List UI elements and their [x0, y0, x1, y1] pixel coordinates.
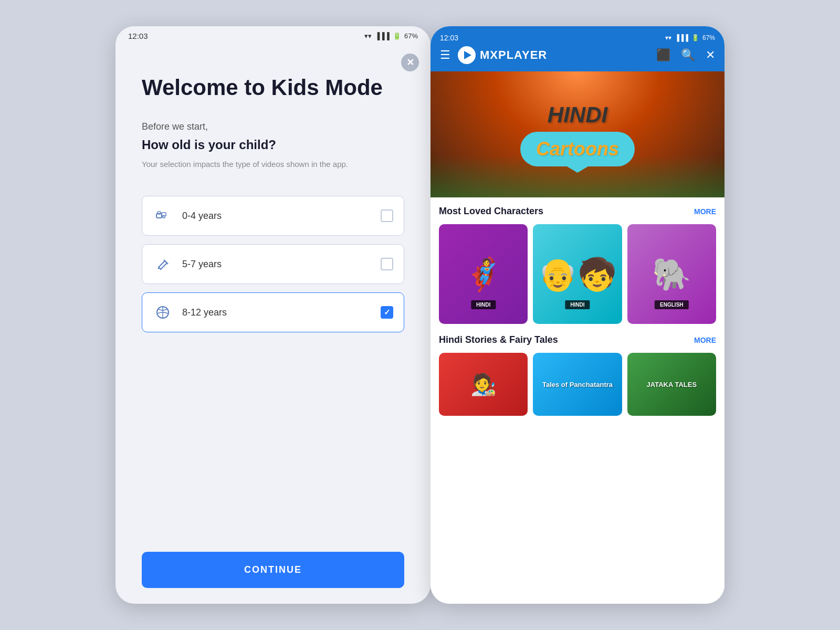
mx-header: 12:03 ▾▾ ▐▐▐ 🔋 67% ☰ MXPLAYER: [430, 26, 724, 71]
pencil-icon: [153, 254, 173, 274]
age-question: How old is your child?: [142, 138, 404, 152]
welcome-title: Welcome to Kids Mode: [142, 75, 404, 100]
mx-play-triangle: [464, 51, 471, 59]
svg-rect-3: [163, 216, 165, 218]
story-card-3[interactable]: JATAKA TALES: [627, 353, 716, 416]
ball-icon: [153, 302, 173, 322]
kids-content: Welcome to Kids Mode Before we start, Ho…: [116, 44, 430, 604]
stories-title: Hindi Stories & Fairy Tales: [439, 334, 558, 345]
checkbox-8-12[interactable]: [381, 306, 393, 319]
battery-percent: 67%: [404, 32, 418, 40]
svg-rect-1: [158, 212, 161, 214]
mx-battery-percent: 67%: [702, 34, 715, 41]
hamburger-icon[interactable]: ☰: [440, 48, 450, 62]
most-loved-header: Most Loved Characters MORE: [439, 206, 716, 217]
most-loved-more[interactable]: MORE: [694, 207, 716, 216]
mx-close-icon[interactable]: ✕: [706, 48, 715, 62]
story-1-figure: 🧑‍🎨: [470, 372, 497, 397]
story-2-title: Tales of Panchatantra: [542, 381, 613, 388]
vir-card[interactable]: 🦸 VIR THE ROBOT BOY HINDI: [439, 224, 528, 324]
hero-banner[interactable]: HINDI Cartoons: [430, 71, 724, 197]
story-3-title: JATAKA TALES: [647, 381, 697, 388]
close-icon: ✕: [406, 58, 414, 67]
mx-right-nav: ⬛ 🔍 ✕: [656, 48, 715, 62]
chacha-lang: HINDI: [565, 300, 590, 309]
age-options-list: 0-4 years 5-7 years: [142, 196, 404, 332]
stories-section: Hindi Stories & Fairy Tales MORE 🧑‍🎨: [430, 328, 724, 420]
selection-info: Your selection impacts the type of video…: [142, 159, 404, 170]
signal-icon: ▐▐▐: [375, 32, 390, 40]
continue-button[interactable]: CONTINUE: [142, 552, 404, 588]
kids-mode-phone: 12:03 ▾▾ ▐▐▐ 🔋 67% ✕ Welcome to Kids Mod…: [116, 26, 430, 604]
characters-row: 🦸 VIR THE ROBOT BOY HINDI 👴🧒: [439, 224, 716, 324]
age-option-5-7[interactable]: 5-7 years: [142, 244, 404, 284]
status-time-left: 12:03: [128, 32, 148, 40]
wifi-icon: ▾▾: [364, 32, 372, 40]
most-loved-title: Most Loved Characters: [439, 206, 543, 217]
chacha-card[interactable]: 👴🧒 CHACHA BHATIJA HINDI: [533, 224, 622, 324]
close-button[interactable]: ✕: [401, 54, 419, 71]
age-option-8-12[interactable]: 8-12 years: [142, 292, 404, 332]
mxplayer-phone: 12:03 ▾▾ ▐▐▐ 🔋 67% ☰ MXPLAYER: [430, 26, 724, 604]
before-text: Before we start,: [142, 121, 404, 132]
mx-wifi-icon: ▾▾: [665, 34, 671, 41]
cast-icon[interactable]: ⬛: [656, 48, 670, 62]
most-loved-section: Most Loved Characters MORE 🦸 VIR THE ROB…: [430, 197, 724, 328]
mx-navbar: ☰ MXPLAYER ⬛ 🔍 ✕: [440, 46, 715, 64]
mx-battery-icon: 🔋: [691, 34, 699, 41]
appu-card[interactable]: 🐘 APPU ENGLISH: [627, 224, 716, 324]
story-card-2-inner: Tales of Panchatantra: [533, 353, 622, 416]
mx-status-bar: 12:03 ▾▾ ▐▐▐ 🔋 67%: [440, 32, 715, 46]
mx-left-nav: ☰ MXPLAYER: [440, 46, 547, 64]
age-label-0-4: 0-4 years: [182, 211, 381, 222]
status-bar-left: 12:03 ▾▾ ▐▐▐ 🔋 67%: [116, 26, 430, 44]
stories-header: Hindi Stories & Fairy Tales MORE: [439, 334, 716, 345]
toy-icon: [153, 206, 173, 226]
mx-signal-icon: ▐▐▐: [675, 34, 688, 41]
search-icon[interactable]: 🔍: [681, 48, 695, 62]
checkbox-0-4[interactable]: [381, 209, 393, 222]
cartoons-cloud: Cartoons: [520, 132, 635, 166]
story-card-3-inner: JATAKA TALES: [627, 353, 716, 416]
appu-lang: ENGLISH: [655, 300, 688, 309]
mx-status-time: 12:03: [440, 34, 458, 42]
vir-lang: HINDI: [471, 300, 496, 309]
cartoons-word: Cartoons: [536, 138, 619, 160]
age-label-8-12: 8-12 years: [182, 307, 381, 318]
story-card-1-inner: 🧑‍🎨: [439, 353, 528, 416]
mx-status-icons: ▾▾ ▐▐▐ 🔋 67%: [665, 34, 715, 41]
mx-content: HINDI Cartoons Most Loved Characters MOR…: [430, 71, 724, 604]
status-icons-left: ▾▾ ▐▐▐ 🔋 67%: [364, 32, 418, 40]
svg-rect-2: [162, 213, 166, 216]
age-option-0-4[interactable]: 0-4 years: [142, 196, 404, 236]
hindi-word: HINDI: [520, 102, 635, 128]
checkbox-5-7[interactable]: [381, 258, 393, 270]
stories-more[interactable]: MORE: [694, 336, 716, 344]
mx-play-icon: [458, 46, 476, 64]
story-card-2[interactable]: Tales of Panchatantra: [533, 353, 622, 416]
mx-logo: MXPLAYER: [458, 46, 547, 64]
battery-icon: 🔋: [393, 32, 401, 40]
story-card-1[interactable]: 🧑‍🎨: [439, 353, 528, 416]
mx-player-text: MXPLAYER: [480, 48, 547, 62]
age-label-5-7: 5-7 years: [182, 259, 381, 270]
stories-row: 🧑‍🎨 Tales of Panchatantra JATAKA TALES: [439, 353, 716, 416]
hindi-cartoons-title: HINDI Cartoons: [520, 102, 635, 166]
